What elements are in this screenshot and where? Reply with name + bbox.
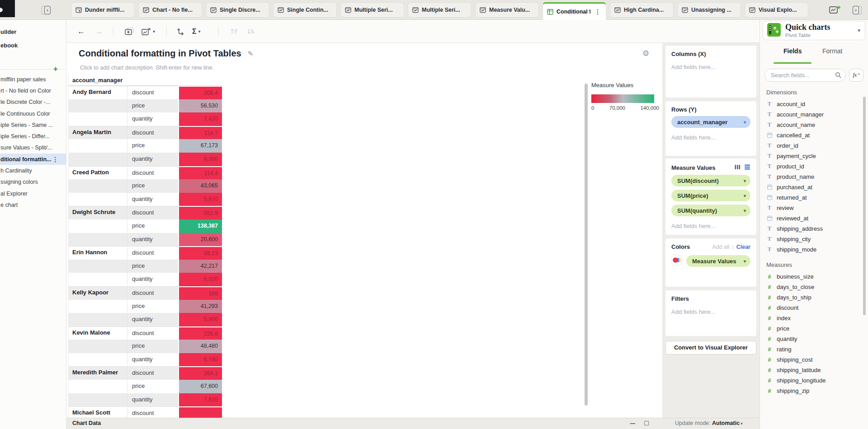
sidebar-item-iple-series-same[interactable]: iple Series - Same ...: [0, 119, 66, 131]
dimension-order-id[interactable]: Torder_id: [760, 140, 868, 151]
dimension-shipping-city[interactable]: Tshipping_city: [760, 234, 868, 244]
measure-price[interactable]: #price: [760, 323, 868, 334]
measure-days-to-ship[interactable]: #days_to_ship: [760, 292, 868, 303]
dimension-account-id[interactable]: Taccount_id: [760, 99, 868, 109]
tab-fields[interactable]: Fields: [783, 47, 802, 55]
pill-sum-quantity[interactable]: SUM(quantity)▾: [671, 205, 750, 216]
minimize-icon[interactable]: [630, 423, 635, 424]
dimension-returned-at[interactable]: returned_at: [760, 192, 868, 203]
measure-values-dropzone[interactable]: Add fields here...: [671, 223, 750, 229]
measure-business-size[interactable]: #business_size: [760, 271, 868, 282]
value-cell[interactable]: 114.4: [178, 166, 222, 180]
dimension-purchased-at[interactable]: purchased_at: [760, 182, 868, 192]
tab-single-contin[interactable]: Single Contin...: [273, 2, 337, 18]
dimension-shipping-address[interactable]: Tshipping_address: [760, 224, 868, 234]
dimension-cancelled-at[interactable]: cancelled_at: [760, 130, 868, 140]
tab-menu-kebab-icon[interactable]: ⋮: [594, 8, 602, 15]
dimension-product-name[interactable]: Tproduct_name: [760, 172, 868, 182]
sidebar-item-e-chart[interactable]: e chart: [0, 199, 66, 210]
value-cell[interactable]: 208.4: [178, 86, 222, 99]
tab-format[interactable]: Format: [822, 47, 842, 55]
sidebar-top-item-uilder[interactable]: uilder: [0, 25, 66, 38]
dimension-account-name[interactable]: Taccount_name: [760, 120, 868, 130]
measure-shipping-zip[interactable]: #shipping_zip: [760, 386, 868, 396]
chart-type-remove-icon[interactable]: ▾: [142, 20, 155, 43]
dimension-reviewed-at[interactable]: reviewed_at: [760, 213, 868, 224]
tab-visual-explo[interactable]: Visual Explo...: [745, 2, 808, 18]
sidebar-item-iple-series-differ[interactable]: iple Series - Differ...: [0, 131, 66, 142]
value-cell[interactable]: [178, 406, 222, 418]
pill-caret-icon[interactable]: ▾: [744, 208, 746, 213]
tab-high-cardina[interactable]: High Cardina...: [610, 2, 674, 18]
color-palette-icon[interactable]: [671, 255, 682, 267]
dimension-review[interactable]: Treview: [760, 203, 868, 213]
sidebar-item-mifflin-paper-sales[interactable]: mifflin paper sales: [0, 74, 66, 85]
tab-conditional-f[interactable]: Conditional f...⋮: [542, 2, 606, 20]
value-cell[interactable]: 8,380: [178, 153, 222, 166]
sidebar-item-le-continuous-color[interactable]: le Continuous Color: [0, 108, 66, 119]
sidebar-item-ssigning-colors[interactable]: ssigning colors: [0, 177, 66, 188]
sidebar-item-le-discrete-color[interactable]: le Discrete Color -...: [0, 97, 66, 108]
value-cell[interactable]: 7,610: [178, 393, 222, 407]
value-cell[interactable]: 7,420: [178, 112, 222, 126]
pill-caret-icon[interactable]: ▾: [744, 193, 746, 198]
dimension-shipping-mode[interactable]: Tshipping_mode: [760, 244, 868, 255]
dimension-payment-cycle[interactable]: Tpayment_cycle: [760, 151, 868, 161]
redo-button[interactable]: →: [95, 20, 103, 43]
layout-columns-icon[interactable]: [735, 163, 741, 172]
sort-descending-icon[interactable]: [247, 20, 255, 43]
rows-pill-account-manager[interactable]: account_manager ▾: [671, 116, 750, 128]
columns-dropzone[interactable]: Add fields here...: [671, 64, 750, 70]
value-cell[interactable]: 188: [178, 286, 222, 300]
maximize-icon[interactable]: [644, 421, 649, 425]
sidebar-item-sure-values-split[interactable]: sure Values - Split/...: [0, 142, 66, 154]
value-cell[interactable]: 67,173: [178, 139, 222, 153]
measure-shipping-latitude[interactable]: #shipping_latitude: [760, 365, 868, 375]
aggregate-menu[interactable]: Σ▾: [192, 20, 201, 43]
chart-title[interactable]: Conditional formatting in Pivot Tables: [79, 48, 241, 59]
tab-unassigning[interactable]: Unassigning ...: [677, 2, 741, 18]
clear-link[interactable]: Clear: [736, 244, 750, 250]
chart-type-selector[interactable]: Quick charts Pivot Table ▾: [763, 21, 865, 40]
value-cell[interactable]: 264.1: [178, 366, 222, 380]
sidebar-item-ditional-formattin[interactable]: ditional formattin...⋮: [0, 154, 66, 165]
tab-multiple-seri[interactable]: Multiple Seri...: [340, 2, 404, 18]
update-mode-control[interactable]: Update mode: Automatic▾: [675, 420, 743, 426]
add-chart-button[interactable]: +: [53, 65, 58, 73]
expand-panel-icon[interactable]: ›: [853, 6, 862, 14]
value-cell[interactable]: 98.23: [178, 246, 222, 260]
add-all-link[interactable]: Add all: [712, 244, 729, 250]
new-chart-tab-button[interactable]: [829, 5, 841, 16]
measure-quantity[interactable]: #quantity: [760, 334, 868, 344]
rows-dropzone[interactable]: Add fields here...: [671, 134, 750, 141]
chart-data-tab[interactable]: Chart Data: [72, 420, 101, 426]
measure-index[interactable]: #index: [760, 313, 868, 323]
pill-sum-price[interactable]: SUM(price)▾: [671, 190, 750, 201]
search-fields-input[interactable]: [764, 69, 846, 82]
measure-discount[interactable]: #discount: [760, 303, 868, 313]
value-cell[interactable]: 5,900: [178, 313, 222, 326]
measure-shipping-longitude[interactable]: #shipping_longitude: [760, 375, 868, 386]
convert-to-visual-explorer-button[interactable]: Convert to Visual Explorer: [665, 341, 756, 354]
sidebar-item-kebab-icon[interactable]: ⋮: [52, 156, 60, 163]
value-cell[interactable]: 116.7: [178, 126, 222, 140]
pill-caret-icon[interactable]: ▾: [744, 178, 746, 183]
tab-dunder-miffli[interactable]: Dunder miffli...: [71, 2, 135, 18]
calculated-field-button[interactable]: fx⁺: [849, 69, 863, 82]
measure-days-to-close[interactable]: #days_to_close: [760, 282, 868, 292]
measure-rating[interactable]: #rating: [760, 344, 868, 354]
collapse-sidebar-icon[interactable]: ‹: [42, 6, 51, 14]
value-cell[interactable]: 5,670: [178, 193, 222, 206]
value-cell[interactable]: 43,065: [178, 179, 222, 193]
chart-description-placeholder[interactable]: Click to add chart description. Shift-en…: [80, 65, 214, 71]
chevron-down-icon[interactable]: ▾: [858, 28, 860, 33]
value-cell[interactable]: 226.6: [178, 326, 222, 340]
tab-multiple-seri[interactable]: Multiple Seri...: [408, 2, 472, 18]
layout-rows-icon[interactable]: [744, 163, 750, 172]
edit-title-pencil-icon[interactable]: ✎: [248, 50, 254, 58]
pill-caret-icon[interactable]: ▾: [744, 259, 746, 264]
sidebar-item-h-cardinality[interactable]: h Cardinality: [0, 165, 66, 176]
colors-pill-measure-values[interactable]: Measure Values ▾: [686, 255, 750, 267]
value-cell[interactable]: 552.9: [178, 206, 222, 219]
chart-vertical-scrollbar[interactable]: [585, 84, 588, 406]
